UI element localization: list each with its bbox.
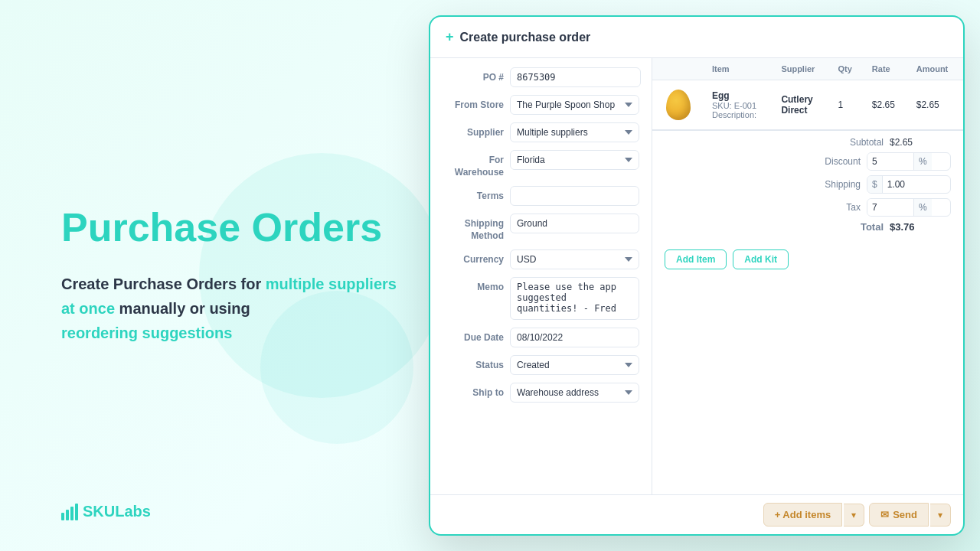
modal-footer: + Add items ▾ ✉ Send ▾ [430,494,963,534]
subtotal-row: Subtotal $2.65 [665,137,951,148]
discount-input[interactable] [867,153,913,170]
item-rate-cell: $2.65 [864,80,909,130]
terms-row: Terms [443,186,639,206]
memo-textarea[interactable]: Please use the app suggested quantities!… [510,277,639,320]
shipping-input-wrap: $ [867,175,951,194]
total-row: Total $3.76 [665,221,951,233]
po-label: PO # [443,67,504,84]
logo-bar-2 [66,510,69,520]
items-section: Item Supplier Qty Rate Amount [652,58,963,494]
send-icon: ✉ [880,509,889,520]
subtitle-part1: Create Purchase Orders for [61,276,266,292]
send-footer-button[interactable]: ✉ Send [869,503,929,527]
item-qty-cell: 1 [830,80,864,130]
ship-to-select[interactable]: Warehouse address [510,383,639,403]
chevron-down-icon: ▾ [851,510,856,520]
form-section: PO # From Store The Purple Spoon Shop Su… [430,58,652,494]
items-table: Item Supplier Qty Rate Amount [652,58,963,130]
col-header-supplier: Supplier [773,58,830,80]
page-subtitle: Create Purchase Orders for multiple supp… [61,272,413,345]
for-warehouse-select[interactable]: Florida [510,150,639,170]
from-store-row: From Store The Purple Spoon Shop [443,95,639,115]
egg-shape [666,90,691,120]
item-details-cell: Egg SKU: E-001 Description: [704,80,773,130]
for-warehouse-label: ForWarehouse [443,150,504,178]
ship-to-label: Ship to [443,383,504,399]
add-buttons: Add Item Add Kit [652,243,963,276]
shipping-input[interactable] [883,176,929,193]
status-select[interactable]: Created Draft Sent [510,355,639,375]
currency-row: Currency USD [443,249,639,269]
col-header-image [652,58,704,80]
logo-sku: SKU [83,503,115,520]
due-date-input[interactable] [510,328,639,347]
add-item-button[interactable]: Add Item [665,249,727,269]
shipping-method-label: Shipping Method [443,214,504,242]
item-rate: $2.65 [872,99,895,110]
memo-row: Memo Please use the app suggested quanti… [443,277,639,320]
tax-label: Tax [807,202,861,213]
item-description-label: Description: [712,110,766,119]
supplier-row: Supplier Multiple suppliers [443,122,639,142]
item-qty: 1 [838,99,843,110]
item-amount-cell: $2.65 [909,80,963,130]
tax-input[interactable] [867,199,913,216]
po-input[interactable] [510,67,641,87]
item-image-cell [652,80,704,130]
add-items-footer-button[interactable]: + Add items [763,503,843,527]
total-value: $3.76 [890,221,951,233]
subtotal-label: Subtotal [830,137,884,148]
egg-image [660,86,697,123]
add-items-dropdown-button[interactable]: ▾ [844,504,864,527]
modal-header-title: Create purchase order [460,31,591,44]
modal-header: + Create purchase order [430,17,963,58]
currency-select[interactable]: USD [510,249,639,269]
status-label: Status [443,355,504,372]
col-header-qty: Qty [830,58,864,80]
modal-body: PO # From Store The Purple Spoon Shop Su… [430,58,963,494]
for-warehouse-row: ForWarehouse Florida [443,150,639,178]
discount-input-wrap: % [867,152,951,171]
add-kit-button[interactable]: Add Kit [733,249,789,269]
shipping-label: Shipping [807,179,861,190]
send-dropdown-button[interactable]: ▾ [930,504,951,527]
col-header-amount: Amount [909,58,963,80]
item-supplier-name: CutleryDirect [781,94,822,116]
tax-row: Tax % [665,198,951,217]
memo-label: Memo [443,277,504,294]
shipping-prefix: $ [867,176,883,193]
shipping-method-input[interactable] [510,214,639,233]
supplier-select[interactable]: Multiple suppliers [510,122,639,142]
logo-bars-icon [61,504,78,520]
logo: SKULabs [61,503,151,520]
po-row: PO # [443,67,639,87]
due-date-label: Due Date [443,328,504,344]
shipping-method-row: Shipping Method [443,214,639,242]
discount-suffix: % [913,153,932,170]
from-store-label: From Store [443,95,504,112]
discount-row: Discount % [665,152,951,171]
from-store-select[interactable]: The Purple Spoon Shop [510,95,639,115]
chevron-down-icon-2: ▾ [938,510,942,520]
left-panel: Purchase Orders Create Purchase Orders f… [0,0,459,551]
item-name: Egg [712,90,766,101]
logo-bar-1 [61,513,64,520]
item-supplier-cell: CutleryDirect [773,80,830,130]
logo-bar-4 [75,504,78,520]
supplier-label: Supplier [443,122,504,139]
page-title: Purchase Orders [61,206,413,249]
currency-label: Currency [443,249,504,266]
purchase-order-modal: + Create purchase order PO # From Store … [429,15,965,536]
col-header-rate: Rate [864,58,909,80]
tax-suffix: % [913,199,932,216]
item-amount: $2.65 [916,99,939,110]
item-sku: SKU: E-001 [712,101,766,110]
discount-label: Discount [807,156,861,167]
total-label: Total [830,221,884,233]
send-footer-label: Send [893,509,917,520]
status-row: Status Created Draft Sent [443,355,639,375]
tax-input-wrap: % [867,198,951,217]
totals-section: Subtotal $2.65 Discount % Shipping $ [652,130,963,243]
terms-input[interactable] [510,186,639,206]
table-row: Egg SKU: E-001 Description: CutleryDirec… [652,80,963,130]
